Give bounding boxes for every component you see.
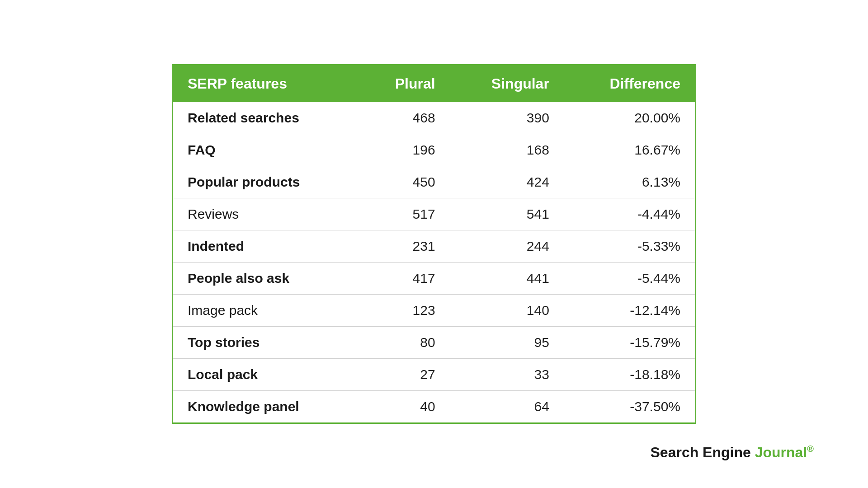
serp-features-table: SERP features Plural Singular Difference…	[172, 64, 696, 424]
table-row: People also ask417441-5.44%	[173, 263, 696, 295]
cell-feature: Popular products	[173, 166, 359, 198]
col-header-plural: Plural	[359, 65, 450, 103]
cell-singular: 244	[450, 230, 564, 263]
cell-plural: 231	[359, 230, 450, 263]
cell-singular: 64	[450, 391, 564, 423]
table-row: Local pack2733-18.18%	[173, 359, 696, 391]
brand-reg-symbol: ®	[807, 444, 814, 454]
cell-difference: -5.33%	[564, 230, 696, 263]
col-header-singular: Singular	[450, 65, 564, 103]
brand-journal: Journal	[755, 444, 807, 460]
cell-difference: -15.79%	[564, 327, 696, 359]
cell-singular: 168	[450, 134, 564, 166]
cell-feature: FAQ	[173, 134, 359, 166]
table-row: Popular products4504246.13%	[173, 166, 696, 198]
table-header-row: SERP features Plural Singular Difference	[173, 65, 696, 103]
cell-feature: Image pack	[173, 295, 359, 327]
cell-feature: Knowledge panel	[173, 391, 359, 423]
table-row: Top stories8095-15.79%	[173, 327, 696, 359]
cell-singular: 441	[450, 263, 564, 295]
cell-plural: 450	[359, 166, 450, 198]
cell-feature: People also ask	[173, 263, 359, 295]
brand-footer: Search Engine Journal®	[650, 444, 814, 461]
cell-plural: 468	[359, 102, 450, 134]
col-header-serp-features: SERP features	[173, 65, 359, 103]
cell-difference: -37.50%	[564, 391, 696, 423]
cell-difference: 20.00%	[564, 102, 696, 134]
cell-singular: 95	[450, 327, 564, 359]
table-row: Image pack123140-12.14%	[173, 295, 696, 327]
cell-plural: 417	[359, 263, 450, 295]
cell-singular: 424	[450, 166, 564, 198]
cell-difference: -18.18%	[564, 359, 696, 391]
cell-difference: 6.13%	[564, 166, 696, 198]
cell-difference: -4.44%	[564, 198, 696, 230]
table-row: Reviews517541-4.44%	[173, 198, 696, 230]
cell-singular: 140	[450, 295, 564, 327]
cell-plural: 27	[359, 359, 450, 391]
col-header-difference: Difference	[564, 65, 696, 103]
cell-feature: Local pack	[173, 359, 359, 391]
cell-plural: 80	[359, 327, 450, 359]
cell-plural: 123	[359, 295, 450, 327]
cell-singular: 390	[450, 102, 564, 134]
data-table-container: SERP features Plural Singular Difference…	[172, 64, 696, 424]
cell-singular: 541	[450, 198, 564, 230]
cell-singular: 33	[450, 359, 564, 391]
brand-search-engine: Search Engine	[650, 444, 750, 460]
table-row: Knowledge panel4064-37.50%	[173, 391, 696, 423]
cell-feature: Related searches	[173, 102, 359, 134]
table-row: Related searches46839020.00%	[173, 102, 696, 134]
cell-difference: 16.67%	[564, 134, 696, 166]
cell-plural: 196	[359, 134, 450, 166]
cell-feature: Top stories	[173, 327, 359, 359]
cell-plural: 517	[359, 198, 450, 230]
cell-difference: -12.14%	[564, 295, 696, 327]
table-row: FAQ19616816.67%	[173, 134, 696, 166]
cell-difference: -5.44%	[564, 263, 696, 295]
cell-feature: Reviews	[173, 198, 359, 230]
cell-feature: Indented	[173, 230, 359, 263]
cell-plural: 40	[359, 391, 450, 423]
table-row: Indented231244-5.33%	[173, 230, 696, 263]
